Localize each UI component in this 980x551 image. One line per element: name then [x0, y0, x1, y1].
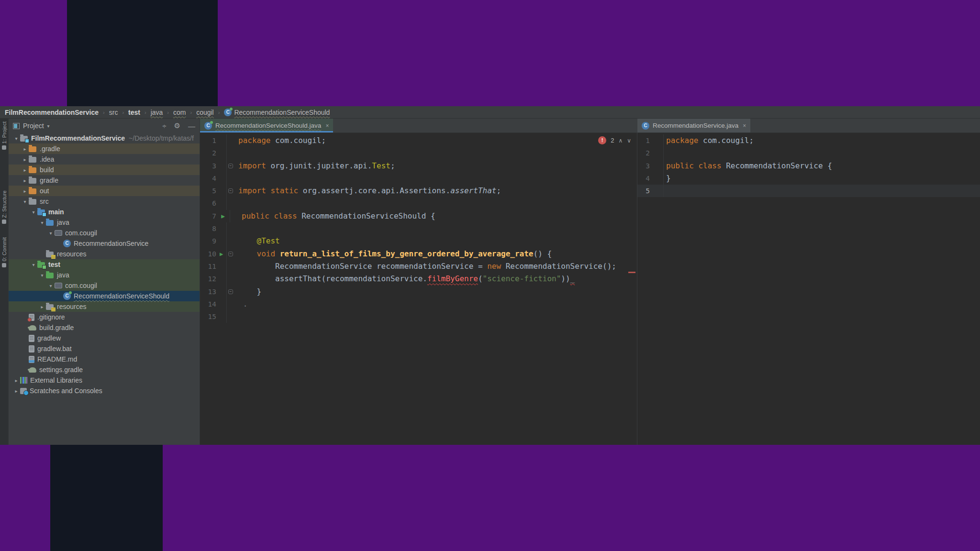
code-line-3[interactable]: 3−import org.junit.jupiter.api.Test;: [200, 160, 637, 172]
breadcrumb-item-com[interactable]: com: [173, 109, 186, 116]
tree-expand-arrow[interactable]: ▾: [38, 220, 46, 225]
breadcrumb-item-src[interactable]: src: [109, 109, 118, 116]
editor-pane-left[interactable]: RecommendationServiceShould.java× ! 2 ∧ …: [200, 119, 637, 445]
run-all-tests-icon[interactable]: ▶▶: [216, 210, 230, 222]
tree-row--gradle[interactable]: ▸.gradle: [9, 143, 200, 154]
fold-marker[interactable]: −: [227, 252, 234, 256]
code-line-14[interactable]: 14 .: [200, 298, 637, 310]
tree-expand-arrow[interactable]: ▸: [21, 188, 29, 194]
code-editor-left[interactable]: 1package com.cougil;23−import org.junit.…: [200, 133, 637, 445]
tree-expand-arrow[interactable]: ▸: [12, 378, 20, 383]
fold-box-icon[interactable]: −: [228, 252, 233, 256]
code-line-7[interactable]: 7▶▶public class RecommendationServiceSho…: [200, 210, 637, 222]
gear-icon[interactable]: ⚙: [174, 121, 180, 130]
fold-marker[interactable]: −: [227, 289, 234, 294]
tree-expand-arrow[interactable]: ▸: [12, 388, 20, 394]
tree-row-filmrecommendationservice[interactable]: ▾FilmRecommendationService~/Desktop/tmp/…: [9, 133, 200, 143]
editor-pane-right[interactable]: RecommendationService.java× 1package com…: [637, 119, 980, 445]
breadcrumb-item-java[interactable]: java: [151, 109, 163, 116]
chevron-down-icon[interactable]: ▾: [47, 123, 50, 129]
inspection-widget[interactable]: ! 2 ∧ ∨: [598, 136, 631, 144]
tree-expand-arrow[interactable]: ▸: [21, 167, 29, 173]
code-line-4[interactable]: 4: [200, 172, 637, 185]
tree-expand-arrow[interactable]: ▾: [38, 273, 46, 278]
tree-expand-arrow[interactable]: ▾: [30, 262, 37, 267]
tree-row-gradlew-bat[interactable]: gradlew.bat: [9, 343, 200, 354]
hide-panel-icon[interactable]: —: [188, 122, 195, 130]
tab-recommendationservice-java[interactable]: RecommendationService.java×: [637, 119, 750, 132]
tree-expand-arrow[interactable]: ▾: [47, 231, 55, 236]
tree-row-test[interactable]: ▾test: [9, 259, 200, 270]
tree-row-com-cougil[interactable]: ▾com.cougil: [9, 228, 200, 238]
tree-row-out[interactable]: ▸out: [9, 186, 200, 196]
tree-row-gradle[interactable]: ▸gradle: [9, 175, 200, 186]
tree-item-path: ~/Desktop/tmp/katas/f: [129, 134, 194, 142]
tree-expand-arrow[interactable]: ▸: [21, 157, 29, 162]
tree-row-java[interactable]: ▾java: [9, 217, 200, 228]
fold-marker[interactable]: −: [227, 188, 234, 193]
breadcrumb-item-cougil[interactable]: cougil: [196, 109, 214, 116]
tree-row--gitignore[interactable]: .gitignore: [9, 312, 200, 322]
breadcrumb-item-filmrecommendationservice[interactable]: FilmRecommendationService: [5, 109, 99, 116]
code-line-4[interactable]: 4}: [637, 172, 980, 185]
fold-box-icon[interactable]: −: [228, 289, 233, 294]
breadcrumb-separator: ›: [145, 110, 146, 115]
code-line-15[interactable]: 15: [200, 310, 637, 323]
close-icon[interactable]: ×: [743, 122, 746, 129]
close-icon[interactable]: ×: [325, 122, 329, 129]
tree-row-build-gradle[interactable]: build.gradle: [9, 322, 200, 333]
code-line-6[interactable]: 6: [200, 197, 637, 209]
code-line-1[interactable]: 1package com.cougil;: [637, 134, 980, 147]
tree-row-recommendationserviceshould[interactable]: RecommendationServiceShould: [9, 291, 200, 301]
tree-expand-arrow[interactable]: ▾: [47, 283, 55, 288]
code-line-5[interactable]: 5: [637, 185, 980, 197]
fold-box-icon[interactable]: −: [228, 164, 233, 168]
locate-file-icon[interactable]: ÷: [162, 122, 166, 130]
code-line-10[interactable]: 10▶− void return_a_list_of_films_by_genr…: [200, 248, 637, 260]
tree-row-java[interactable]: ▾java: [9, 270, 200, 280]
tree-row-com-cougil[interactable]: ▾com.cougil: [9, 280, 200, 291]
tree-expand-arrow[interactable]: ▸: [21, 146, 29, 152]
tree-expand-arrow[interactable]: ▾: [12, 136, 20, 141]
code-line-5[interactable]: 5−import static org.assertj.core.api.Ass…: [200, 185, 637, 197]
tree-expand-arrow[interactable]: ▾: [30, 209, 37, 215]
tree-row-recommendationservice[interactable]: RecommendationService: [9, 238, 200, 249]
code-line-9[interactable]: 9 @Test: [200, 235, 637, 247]
tree-row-scratches-and-consoles[interactable]: ▸Scratches and Consoles: [9, 386, 200, 396]
code-line-2[interactable]: 2: [637, 147, 980, 159]
fold-marker[interactable]: −: [227, 164, 234, 168]
code-editor-right[interactable]: 1package com.cougil;23public class Recom…: [637, 133, 980, 445]
breadcrumb-item-recommendationserviceshould[interactable]: RecommendationServiceShould: [224, 109, 330, 116]
tree-row-readme-md[interactable]: README.md: [9, 354, 200, 364]
tab-recommendationserviceshould-java[interactable]: RecommendationServiceShould.java×: [200, 119, 333, 132]
run-test-icon[interactable]: ▶: [216, 248, 226, 260]
tree-expand-arrow[interactable]: ▾: [21, 199, 29, 204]
next-error-icon[interactable]: ∨: [627, 137, 631, 144]
code-line-13[interactable]: 13− }: [200, 286, 637, 298]
stripe-button-commit[interactable]: 0: Commit: [0, 237, 8, 267]
code-line-12[interactable]: 12 assertThat(recommendationService.film…: [200, 273, 637, 285]
tree-row-src[interactable]: ▾src: [9, 196, 200, 207]
fold-box-icon[interactable]: −: [228, 188, 233, 193]
code-line-3[interactable]: 3public class RecommendationService {: [637, 160, 980, 172]
code-line-2[interactable]: 2: [200, 147, 637, 159]
stripe-button-project[interactable]: 1: Project: [0, 121, 8, 150]
tree-row-build[interactable]: ▸build: [9, 165, 200, 175]
code-line-11[interactable]: 11 RecommendationService recommendationS…: [200, 260, 637, 273]
tree-row--idea[interactable]: ▸.idea: [9, 154, 200, 165]
stripe-button-structure[interactable]: Z: Structure: [0, 190, 8, 224]
prev-error-icon[interactable]: ∧: [618, 137, 623, 144]
breadcrumb-item-test[interactable]: test: [128, 109, 140, 116]
tree-expand-arrow[interactable]: ▸: [38, 304, 46, 309]
tree-row-resources[interactable]: resources: [9, 249, 200, 259]
tree-row-settings-gradle[interactable]: settings.gradle: [9, 364, 200, 375]
tree-row-main[interactable]: ▾main: [9, 207, 200, 217]
error-stripe-mark[interactable]: [628, 272, 635, 273]
project-panel-title[interactable]: Project: [23, 122, 44, 130]
tree-row-gradlew[interactable]: gradlew: [9, 333, 200, 343]
tree-expand-arrow[interactable]: ▸: [21, 178, 29, 183]
code-line-8[interactable]: 8: [200, 222, 637, 235]
tree-row-resources[interactable]: ▸resources: [9, 301, 200, 312]
code-line-1[interactable]: 1package com.cougil;: [200, 134, 637, 147]
tree-row-external-libraries[interactable]: ▸External Libraries: [9, 375, 200, 386]
